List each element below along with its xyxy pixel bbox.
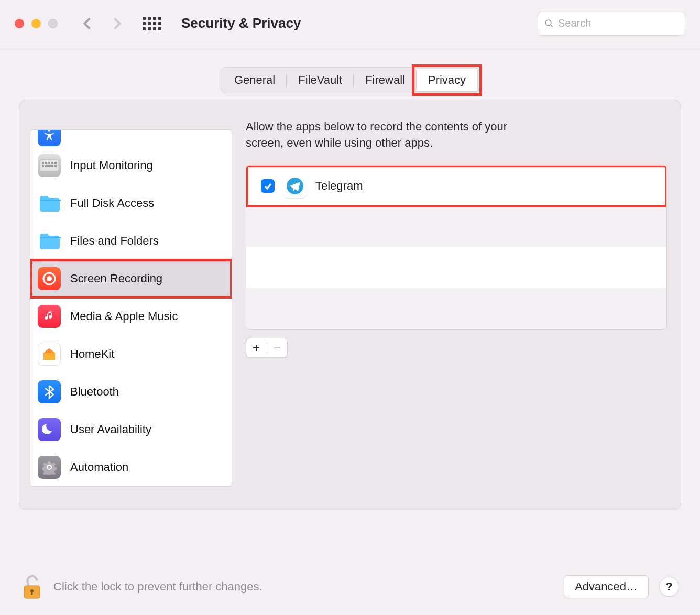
fullscreen-window-button[interactable] — [48, 19, 58, 28]
sidebar-item-label: Bluetooth — [70, 385, 119, 399]
app-row-empty — [246, 247, 666, 288]
tab-filevault[interactable]: FileVault — [287, 69, 354, 91]
gear-icon — [38, 456, 61, 479]
nav-arrows — [85, 19, 119, 28]
svg-point-0 — [48, 130, 51, 132]
svg-rect-16 — [31, 591, 33, 595]
add-remove-control — [246, 338, 288, 358]
bluetooth-icon — [38, 380, 61, 403]
sidebar-item-user-availability[interactable]: User Availability — [30, 411, 232, 448]
screen-recording-icon — [38, 267, 61, 290]
back-button[interactable] — [83, 17, 95, 29]
sidebar-item-label: HomeKit — [70, 347, 114, 361]
sidebar-item-bluetooth[interactable]: Bluetooth — [30, 373, 232, 411]
telegram-icon — [283, 174, 307, 198]
app-row-empty — [246, 206, 666, 247]
svg-rect-6 — [54, 162, 57, 164]
music-note-icon — [38, 305, 61, 328]
sidebar-item-label: Media & Apple Music — [70, 310, 178, 323]
panel-description: Allow the apps below to record the conte… — [246, 119, 539, 151]
sidebar-item-accessibility[interactable] — [30, 130, 232, 147]
home-icon — [38, 343, 61, 366]
forward-button — [110, 17, 122, 29]
app-row-empty — [246, 288, 666, 329]
svg-rect-7 — [42, 165, 44, 167]
toolbar: Security & Privacy — [0, 0, 700, 47]
sidebar-item-label: Files and Folders — [70, 234, 159, 248]
svg-rect-4 — [48, 162, 50, 164]
show-all-preferences-button[interactable] — [143, 17, 161, 30]
app-name: Telegram — [315, 179, 363, 193]
search-box[interactable] — [538, 12, 685, 36]
tab-general[interactable]: General — [223, 69, 287, 91]
search-icon — [544, 18, 554, 29]
sidebar-item-label: Input Monitoring — [70, 159, 153, 172]
close-window-button[interactable] — [15, 19, 24, 28]
help-button[interactable]: ? — [659, 577, 679, 597]
sidebar-item-screen-recording[interactable]: Screen Recording — [30, 260, 232, 298]
moon-icon — [38, 418, 61, 441]
svg-rect-5 — [51, 162, 53, 164]
sidebar-item-media-apple-music[interactable]: Media & Apple Music — [30, 298, 232, 335]
advanced-button[interactable]: Advanced… — [564, 575, 649, 598]
search-input[interactable] — [558, 17, 679, 29]
lock-hint-text: Click the lock to prevent further change… — [53, 580, 262, 594]
sidebar-item-label: Automation — [70, 460, 128, 474]
detail-panel: Allow the apps below to record the conte… — [239, 100, 681, 510]
sidebar-item-label: Full Disk Access — [70, 196, 154, 210]
tab-bar: General FileVault Firewall Privacy — [221, 67, 479, 93]
sidebar-item-full-disk-access[interactable]: Full Disk Access — [30, 184, 232, 222]
svg-rect-2 — [42, 162, 44, 164]
sidebar-item-files-and-folders[interactable]: Files and Folders — [30, 222, 232, 260]
folder-icon — [38, 192, 61, 215]
app-checkbox[interactable] — [261, 179, 275, 193]
accessibility-icon — [38, 130, 61, 146]
svg-point-11 — [47, 276, 52, 281]
sidebar-item-input-monitoring[interactable]: Input Monitoring — [30, 147, 232, 184]
footer: Click the lock to prevent further change… — [0, 562, 700, 615]
keyboard-icon — [38, 154, 61, 177]
app-permission-list[interactable]: Telegram — [246, 165, 667, 330]
remove-app-button — [267, 338, 288, 357]
app-row-telegram[interactable]: Telegram — [246, 166, 666, 206]
svg-rect-9 — [54, 165, 57, 167]
minimize-window-button[interactable] — [31, 19, 41, 28]
tab-firewall[interactable]: Firewall — [354, 69, 417, 91]
window-traffic-lights — [15, 19, 58, 28]
svg-rect-3 — [45, 162, 47, 164]
unlocked-lock-icon[interactable] — [21, 573, 43, 600]
sidebar-item-label: Screen Recording — [70, 272, 162, 285]
window-title: Security & Privacy — [181, 15, 301, 31]
content-pane: Input Monitoring Full Disk Access Files … — [19, 100, 681, 510]
folder-icon — [38, 229, 61, 252]
svg-rect-8 — [45, 165, 53, 167]
privacy-sidebar[interactable]: Input Monitoring Full Disk Access Files … — [30, 129, 232, 487]
add-app-button[interactable] — [246, 338, 267, 357]
tab-privacy[interactable]: Privacy — [417, 69, 477, 91]
sidebar-item-homekit[interactable]: HomeKit — [30, 335, 232, 373]
sidebar-item-automation[interactable]: Automation — [30, 448, 232, 486]
sidebar-item-label: User Availability — [70, 423, 151, 436]
